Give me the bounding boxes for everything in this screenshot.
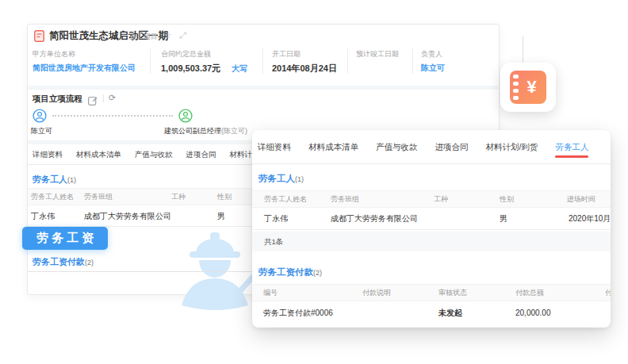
process-step-avatar-blue [33, 109, 47, 126]
tab-incoming-contracts[interactable]: 进项合同 [186, 150, 216, 160]
worker-gender: 男 [500, 208, 507, 230]
col-worker-type: 工种 [171, 189, 186, 205]
col-payment-desc: 付款说明 [362, 285, 391, 301]
amount-in-words-link[interactable]: 大写 [232, 64, 247, 73]
tab-material-cost[interactable]: 材料成本清单 [308, 130, 358, 163]
col-worker-gender: 性别 [217, 189, 232, 205]
expand-icon[interactable]: ⤢ [179, 30, 186, 40]
field-separator [347, 48, 348, 74]
field-label: 开工日期 [272, 49, 337, 59]
workers-section-title: 劳务工人(1) [33, 174, 76, 186]
col-worker-gender: 性别 [500, 191, 514, 207]
worker-entry-date: 2020年10月 [569, 208, 611, 230]
table-footer: 共1条 [252, 232, 611, 251]
section-band [28, 86, 499, 90]
process-step-person: (陈立可) [221, 127, 247, 135]
tab-divider [252, 163, 611, 164]
col-payment-id: 编号 [263, 285, 278, 301]
field-separator [262, 48, 263, 74]
col-worker-name: 劳务工人姓名 [31, 189, 74, 205]
tab-output-receipts[interactable]: 产值与收款 [376, 130, 418, 163]
edit-record-icon[interactable] [88, 94, 98, 109]
process-step-avatar-green [178, 109, 193, 126]
field-label: 甲方单位名称 [33, 49, 136, 59]
process-dotted-line [52, 115, 173, 117]
payment-id-link[interactable]: 劳务工资付款#0006 [263, 301, 333, 325]
page: { "colors": { "primary_blue": "#3d9af0",… [0, 0, 628, 364]
field-label: 预计竣工日期 [356, 49, 399, 59]
field-contract-amount: 合同约定总金额 1,009,503.37元大写 [161, 49, 247, 75]
workers-section-title: 劳务工人(1) [258, 173, 304, 185]
process-step-name: 陈立可 [31, 126, 52, 136]
back-tab-bar: 详细资料 材料成本清单 产值与收款 进项合同 材料计划/到货 [33, 150, 277, 160]
connector-line [523, 36, 523, 64]
col-worker-team: 劳务班组 [84, 189, 113, 205]
col-payment-date: 付款日期 [605, 285, 611, 301]
col-review-status: 审核状态 [438, 285, 467, 301]
field-start-date: 开工日期 2014年08月24日 [272, 49, 337, 75]
refresh-icon[interactable]: ⟳ [109, 93, 116, 103]
labor-wage-badge: 劳务工资 [22, 227, 108, 250]
icon-divider: | [102, 94, 105, 102]
field-manager: 负责人 陈立可 [421, 49, 445, 74]
worker-team-link[interactable]: 成都丁大劳劳务有限公司 [331, 208, 418, 230]
worker-team-link[interactable]: 成都丁大劳劳务有限公司 [84, 205, 171, 227]
worker-name-link[interactable]: 丁永伟 [264, 208, 288, 230]
process-step-role: 建筑公司副总经理(陈立可) [164, 126, 247, 136]
payment-status: 未发起 [438, 301, 462, 325]
payments-section-title: 劳务工资付款(2) [33, 256, 94, 268]
col-payment-total: 付款总额 [515, 285, 544, 301]
ledger-binding [513, 75, 519, 100]
col-worker-name: 劳务工人姓名 [264, 191, 307, 207]
field-separator [412, 48, 413, 74]
yuan-feature-card: ¥ [500, 63, 556, 112]
payments-table-header: 编号 付款说明 审核状态 付款总额 付款日期 [252, 284, 611, 301]
start-date-value: 2014年08月24日 [272, 63, 337, 75]
payment-amount: 20,000.00 [515, 301, 551, 325]
col-worker-type: 工种 [434, 191, 448, 207]
process-title: 项目立项流程 [33, 94, 82, 105]
project-type-label: 施工项目 [129, 32, 158, 42]
tab-details[interactable]: 详细资料 [33, 150, 63, 160]
payments-count: (2) [85, 259, 94, 266]
field-separator [150, 48, 151, 74]
worker-name-link[interactable]: 丁永伟 [31, 205, 55, 227]
tab-details[interactable]: 详细资料 [258, 130, 291, 163]
yuan-ledger-icon: ¥ [510, 71, 546, 104]
workers-table-header: 劳务工人姓名 劳务班组 工种 性别 进场时间 [252, 190, 611, 208]
yuan-symbol: ¥ [527, 77, 536, 98]
field-label: 合同约定总金额 [161, 49, 247, 59]
table-row: 丁永伟 成都丁大劳劳务有限公司 男 2020年10月 [252, 208, 611, 230]
payments-section-title: 劳务工资付款(2) [258, 266, 322, 278]
contract-amount-value: 1,009,503.37元 [161, 63, 220, 73]
star-icon[interactable]: ☆ [164, 30, 172, 40]
tab-incoming-contracts[interactable]: 进项合同 [435, 130, 469, 163]
document-icon [34, 30, 44, 45]
field-planned-finish-date: 预计竣工日期 [356, 49, 399, 63]
tab-labor-workers-active[interactable]: 劳务工人 [555, 130, 588, 163]
col-entry-date: 进场时间 [567, 191, 595, 207]
workers-count: (1) [295, 175, 304, 183]
front-tab-bar: 详细资料 材料成本清单 产值与收款 进项合同 材料计划/到货 劳务工人 [258, 130, 588, 163]
worker-gender: 男 [217, 205, 225, 227]
labor-worker-panel: 详细资料 材料成本清单 产值与收款 进项合同 材料计划/到货 劳务工人 劳务工人… [252, 130, 611, 328]
field-owner: 甲方单位名称 简阳世茂房地产开发有限公司 [33, 49, 136, 74]
manager-link[interactable]: 陈立可 [421, 63, 445, 74]
table-row: 劳务工资付款#0006 未发起 20,000.00 [252, 301, 611, 325]
owner-company-link[interactable]: 简阳世茂房地产开发有限公司 [33, 63, 136, 74]
payments-count: (2) [313, 269, 322, 277]
col-worker-team: 劳务班组 [331, 191, 359, 207]
field-label: 负责人 [421, 49, 445, 59]
tab-output-receipts[interactable]: 产值与收款 [135, 150, 173, 160]
workers-count: (1) [67, 176, 76, 184]
tab-material-plan[interactable]: 材料计划/到货 [486, 130, 538, 163]
tab-material-cost[interactable]: 材料成本清单 [76, 150, 121, 160]
total-count-text: 共1条 [264, 237, 283, 246]
